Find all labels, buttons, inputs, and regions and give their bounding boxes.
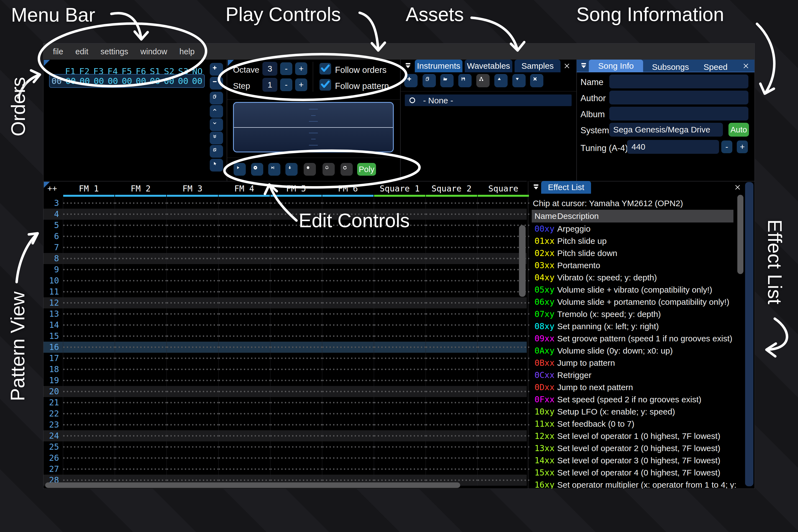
order-value[interactable]: 00 — [148, 76, 162, 86]
move-up-button[interactable] — [494, 74, 508, 87]
pattern-cell[interactable] — [63, 463, 115, 475]
add-order-button[interactable] — [210, 63, 223, 76]
pattern-cell[interactable] — [270, 320, 322, 330]
deep-clone-order-button[interactable] — [210, 145, 223, 158]
channel-header-square-2[interactable]: Square 2 — [425, 183, 477, 194]
order-value[interactable]: 00 — [92, 76, 106, 86]
pattern-cell[interactable] — [167, 286, 218, 297]
pattern-cell[interactable] — [218, 209, 270, 220]
pattern-cell[interactable] — [115, 253, 167, 264]
pattern-cell[interactable] — [322, 286, 374, 297]
pattern-cell[interactable] — [322, 364, 374, 375]
pattern-cell[interactable] — [167, 320, 218, 330]
toggle-folders-button[interactable] — [476, 74, 490, 87]
pattern-row[interactable]: 3 — [43, 197, 527, 209]
pattern-cell[interactable] — [63, 441, 115, 453]
pattern-cell[interactable] — [374, 463, 425, 475]
pattern-row[interactable]: 16 — [43, 342, 527, 353]
octave-plus-button[interactable]: + — [295, 62, 307, 75]
channel-header-fm-1[interactable]: FM 1 — [63, 183, 115, 194]
pattern-cell[interactable] — [477, 320, 529, 330]
pattern-cell[interactable] — [115, 463, 167, 475]
channel-header-fm-3[interactable]: FM 3 — [167, 183, 218, 194]
pattern-cell[interactable] — [63, 264, 115, 275]
name-field[interactable] — [609, 75, 748, 89]
pattern-cell[interactable] — [270, 286, 322, 297]
pattern-cell[interactable] — [477, 397, 529, 408]
pattern-row[interactable]: 8 — [43, 253, 527, 264]
tuning-plus-button[interactable]: + — [737, 140, 748, 153]
pattern-cell[interactable] — [63, 220, 115, 231]
pattern-cell[interactable] — [218, 441, 270, 453]
pattern-cell[interactable] — [167, 463, 218, 475]
pattern-cell[interactable] — [477, 308, 529, 320]
pattern-cell[interactable] — [218, 264, 270, 275]
pattern-cell[interactable] — [218, 408, 270, 419]
effect-list-window-menu-icon[interactable] — [532, 184, 540, 191]
duplicate-order-to-end-button[interactable] — [210, 132, 223, 144]
pattern-cell[interactable] — [425, 253, 477, 264]
pattern-cell[interactable] — [322, 197, 374, 209]
pattern-cell[interactable] — [167, 397, 218, 408]
pattern-cell[interactable] — [270, 430, 322, 441]
pattern-cell[interactable] — [374, 308, 425, 320]
pattern-cell[interactable] — [63, 386, 115, 397]
effect-list-close-icon[interactable] — [734, 184, 741, 191]
pattern-cell[interactable] — [270, 197, 322, 209]
pattern-cell[interactable] — [374, 375, 425, 386]
pattern-cell[interactable] — [167, 220, 218, 231]
pattern-cell[interactable] — [322, 320, 374, 330]
poly-input-button[interactable]: Poly — [357, 163, 376, 176]
instrument-list-item-none[interactable]: - None - — [405, 94, 572, 106]
remove-order-button[interactable] — [210, 77, 223, 90]
pattern-cell[interactable] — [425, 453, 477, 463]
move-order-up-button[interactable] — [210, 105, 223, 118]
stop-button[interactable] — [304, 163, 316, 176]
play-button[interactable] — [233, 163, 246, 176]
pattern-cell[interactable] — [374, 286, 425, 297]
pattern-cell[interactable] — [115, 453, 167, 463]
pattern-cell[interactable] — [115, 231, 167, 242]
pattern-cell[interactable] — [322, 297, 374, 308]
pattern-cell[interactable] — [167, 275, 218, 286]
pattern-cell[interactable] — [167, 430, 218, 441]
pattern-cell[interactable] — [374, 197, 425, 209]
pattern-cell[interactable] — [63, 242, 115, 253]
pattern-cell[interactable] — [167, 364, 218, 375]
pattern-cell[interactable] — [425, 242, 477, 253]
pattern-row[interactable]: 25 — [43, 441, 527, 453]
pattern-cell[interactable] — [425, 330, 477, 342]
pattern-cell[interactable] — [322, 419, 374, 430]
pattern-cell[interactable] — [322, 441, 374, 453]
pattern-cell[interactable] — [218, 220, 270, 231]
pattern-cell[interactable] — [270, 253, 322, 264]
order-change-mode-button[interactable] — [210, 159, 223, 172]
pattern-cell[interactable] — [167, 408, 218, 419]
pattern-row[interactable]: 5 — [43, 220, 527, 231]
song-info-close-icon[interactable] — [742, 62, 749, 70]
pattern-cell[interactable] — [425, 430, 477, 441]
pattern-cell[interactable] — [477, 419, 529, 430]
pattern-cell[interactable] — [167, 242, 218, 253]
assets-window-menu-icon[interactable] — [404, 62, 412, 69]
pattern-cell[interactable] — [425, 463, 477, 475]
pattern-cell[interactable] — [374, 297, 425, 308]
pattern-row[interactable]: 24 — [43, 430, 527, 441]
pattern-cell[interactable] — [270, 375, 322, 386]
step-plus-button[interactable]: + — [295, 78, 307, 91]
menu-item-help[interactable]: help — [179, 47, 195, 56]
pattern-cell[interactable] — [477, 430, 529, 441]
pattern-cell[interactable] — [115, 220, 167, 231]
pattern-cell[interactable] — [425, 342, 477, 353]
tab-samples[interactable]: Samples — [515, 60, 560, 72]
pattern-cell[interactable] — [167, 342, 218, 353]
pattern-row[interactable]: 15 — [43, 330, 527, 342]
pattern-cell[interactable] — [477, 364, 529, 375]
pattern-cell[interactable] — [218, 342, 270, 353]
pattern-cell[interactable] — [218, 231, 270, 242]
pattern-cell[interactable] — [425, 397, 477, 408]
pattern-cell[interactable] — [115, 386, 167, 397]
order-value[interactable]: 00 — [106, 76, 120, 86]
pattern-cell[interactable] — [167, 253, 218, 264]
pattern-cell[interactable] — [63, 308, 115, 320]
